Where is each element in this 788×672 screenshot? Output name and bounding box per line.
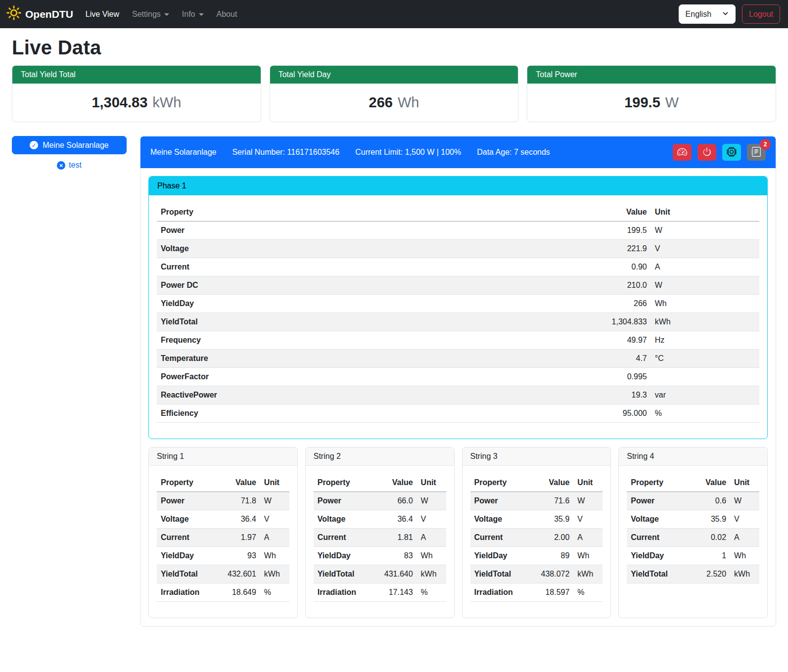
speedometer-icon xyxy=(677,147,687,158)
property-cell: Current xyxy=(627,529,682,547)
property-cell: YieldTotal xyxy=(314,565,369,583)
property-cell: YieldDay xyxy=(157,547,212,565)
property-cell: Voltage xyxy=(627,510,682,529)
string-4-table: Property Value Unit Power xyxy=(627,474,759,583)
sidebar-item-meine-solaranlage[interactable]: ✓ Meine Solaranlage xyxy=(12,136,127,154)
power-button[interactable] xyxy=(697,144,716,161)
unit-cell: A xyxy=(651,258,759,276)
property-cell: Power xyxy=(470,492,526,510)
property-cell: Irradiation xyxy=(157,583,212,602)
property-cell: PowerFactor xyxy=(157,368,543,386)
language-select[interactable]: English xyxy=(679,4,736,24)
phase-1-panel: Phase 1 Property Value Unit xyxy=(148,176,768,439)
value-cell: 1 xyxy=(683,547,730,565)
total-yield-day-unit: Wh xyxy=(398,94,419,111)
unit-cell: V xyxy=(730,510,759,529)
value-cell: 35.9 xyxy=(683,510,730,529)
total-yield-total-value: 1,304.83 xyxy=(92,94,147,111)
table-row: Current 0.02 A xyxy=(627,529,759,547)
value-cell: 83 xyxy=(369,547,417,565)
card-title: Total Yield Day xyxy=(270,66,518,84)
property-cell: Current xyxy=(157,258,543,276)
string-title: String 4 xyxy=(619,448,767,466)
column-header-value: Value xyxy=(212,474,260,492)
table-row: ReactivePower 19.3 var xyxy=(157,386,759,404)
unit-cell: W xyxy=(651,222,759,240)
column-header-value: Value xyxy=(543,203,651,222)
total-power-card: Total Power 199.5 W xyxy=(527,65,776,122)
property-cell: Power xyxy=(157,492,212,510)
unit-cell: V xyxy=(573,510,603,529)
nav-item-about[interactable]: About xyxy=(210,6,244,23)
inverter-limit: Current Limit: 1,500 W | 100% xyxy=(355,148,461,157)
table-row: Voltage 221.9 V xyxy=(157,240,759,258)
phase-title: Phase 1 xyxy=(149,177,767,195)
column-header-property: Property xyxy=(627,474,682,492)
value-cell: 93 xyxy=(212,547,260,565)
value-cell: 0.995 xyxy=(543,368,651,386)
unit-cell: °C xyxy=(651,350,759,368)
table-row: YieldTotal 2.520 kWh xyxy=(627,565,759,583)
table-row: YieldTotal 431.640 kWh xyxy=(314,565,446,583)
value-cell: 66.0 xyxy=(369,492,417,510)
property-cell: YieldTotal xyxy=(470,565,526,583)
navbar: OpenDTU Live View Settings Info About En… xyxy=(0,0,788,28)
column-header-property: Property xyxy=(470,474,526,492)
table-row: YieldTotal 438.072 kWh xyxy=(470,565,603,583)
nav-item-settings-dropdown[interactable]: Settings xyxy=(126,6,176,23)
unit-cell: % xyxy=(651,404,759,423)
property-cell: Current xyxy=(157,529,212,547)
table-row: YieldDay 89 Wh xyxy=(470,547,603,565)
property-cell: YieldTotal xyxy=(627,565,682,583)
table-row: YieldTotal 1,304.833 kWh xyxy=(157,313,759,331)
nav-item-info-dropdown[interactable]: Info xyxy=(176,6,210,23)
string-4-card: String 4 Property Value Unit xyxy=(618,447,768,618)
sidebar-item-test[interactable]: × test xyxy=(12,161,127,170)
value-cell: 36.4 xyxy=(369,510,417,529)
string-1-table: Property Value Unit Power xyxy=(157,474,289,602)
inverter-serial: Serial Number: 116171603546 xyxy=(232,148,339,157)
table-row: YieldDay 83 Wh xyxy=(314,547,446,565)
table-row: YieldDay 1 Wh xyxy=(627,547,759,565)
unit-cell: W xyxy=(730,492,759,510)
unit-cell: A xyxy=(573,529,603,547)
value-cell: 221.9 xyxy=(543,240,651,258)
value-cell: 4.7 xyxy=(543,350,651,368)
phase-table: Property Value Unit Power xyxy=(157,203,759,423)
unit-cell: A xyxy=(417,529,446,547)
unit-cell: A xyxy=(730,529,759,547)
inverter-panel: Meine Solaranlage Serial Number: 1161716… xyxy=(140,136,776,627)
inverter-data-age: Data Age: 7 seconds xyxy=(477,148,550,157)
string-3-card: String 3 Property Value Unit xyxy=(462,447,611,618)
brand[interactable]: OpenDTU xyxy=(6,5,73,23)
value-cell: 18.597 xyxy=(526,583,573,602)
inverter-sidebar: ✓ Meine Solaranlage × test xyxy=(12,136,127,170)
table-row: Voltage 36.4 V xyxy=(314,510,446,529)
logout-button[interactable]: Logout xyxy=(742,4,780,24)
language-select-value: English xyxy=(686,10,711,19)
total-yield-day-value: 266 xyxy=(369,94,393,111)
summary-cards-row: Total Yield Total 1,304.83 kWh Total Yie… xyxy=(12,65,776,122)
property-cell: Power DC xyxy=(157,276,543,295)
unit-cell: kWh xyxy=(260,565,289,583)
unit-cell: var xyxy=(651,386,759,404)
x-circle-icon: × xyxy=(57,161,65,170)
value-cell: 2.00 xyxy=(526,529,573,547)
event-log-button[interactable]: 2 xyxy=(747,144,766,161)
device-info-button[interactable] xyxy=(722,144,741,161)
limit-settings-button[interactable] xyxy=(673,144,692,161)
journal-text-icon xyxy=(751,147,761,158)
table-row: Voltage 35.9 V xyxy=(627,510,759,529)
unit-cell: A xyxy=(260,529,289,547)
unit-cell: Wh xyxy=(573,547,603,565)
sun-icon xyxy=(6,5,21,23)
inverter-body: Phase 1 Property Value Unit xyxy=(140,168,776,626)
unit-cell: % xyxy=(417,583,446,602)
nav-item-live-view[interactable]: Live View xyxy=(79,6,126,23)
column-header-value: Value xyxy=(526,474,573,492)
unit-cell: kWh xyxy=(573,565,603,583)
unit-cell: % xyxy=(260,583,289,602)
unit-cell: % xyxy=(573,583,603,602)
property-cell: Power xyxy=(314,492,369,510)
card-title: Total Power xyxy=(527,66,776,84)
